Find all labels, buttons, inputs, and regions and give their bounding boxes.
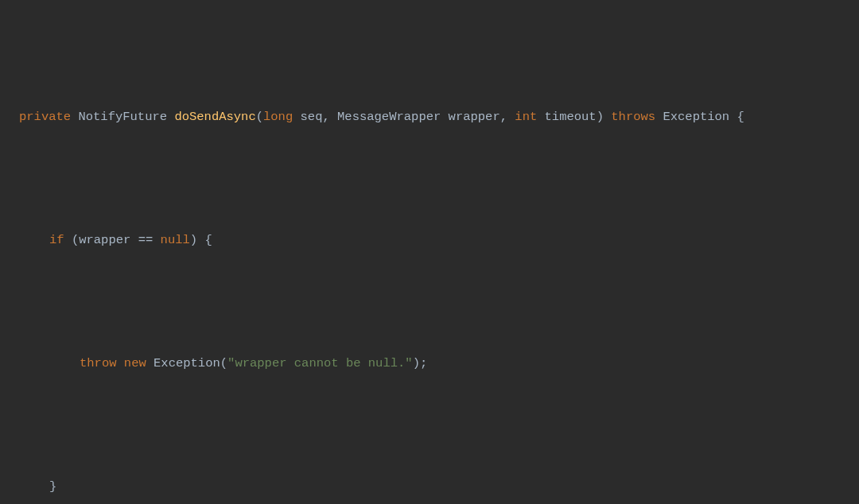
- method-name: doSendAsync: [174, 110, 255, 124]
- type-exception: Exception: [154, 356, 220, 370]
- brace-close: }: [49, 475, 56, 499]
- keyword-throws: throws: [611, 110, 655, 124]
- keyword-long: long: [263, 110, 293, 124]
- param-timeout: timeout: [545, 110, 597, 124]
- param-seq: seq: [301, 110, 323, 124]
- string-literal: "wrapper cannot be null.": [227, 356, 413, 370]
- keyword-if: if: [49, 233, 64, 247]
- keyword-new: new: [124, 356, 146, 370]
- var-wrapper: wrapper: [79, 233, 130, 247]
- type-messagewrapper: MessageWrapper: [337, 110, 441, 124]
- param-wrapper: wrapper: [449, 110, 500, 124]
- code-line[interactable]: throw new Exception("wrapper cannot be n…: [0, 351, 859, 376]
- op-eq: ==: [138, 233, 154, 247]
- type-exception: Exception: [663, 110, 729, 124]
- return-type: NotifyFuture: [78, 110, 167, 124]
- keyword-private: private: [19, 110, 71, 124]
- keyword-throw: throw: [80, 356, 117, 370]
- paren-open: (: [256, 110, 263, 124]
- keyword-null: null: [161, 233, 190, 247]
- code-line[interactable]: private NotifyFuture doSendAsync(long se…: [0, 105, 859, 130]
- keyword-int: int: [515, 110, 537, 124]
- code-editor[interactable]: private NotifyFuture doSendAsync(long se…: [0, 0, 859, 504]
- code-line[interactable]: if (wrapper == null) {: [0, 228, 859, 253]
- code-line[interactable]: }: [0, 475, 859, 499]
